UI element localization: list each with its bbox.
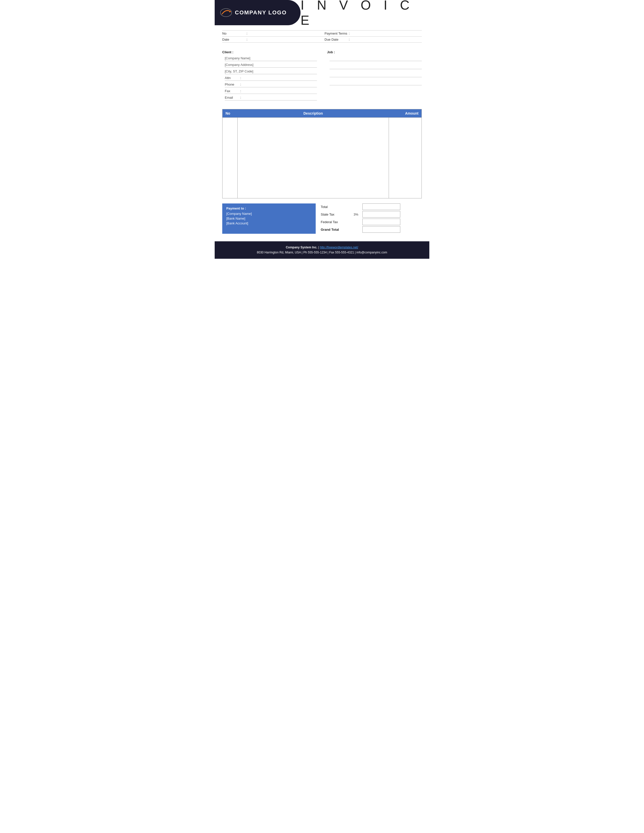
logo-icon (220, 8, 232, 18)
table-cell-amount (389, 117, 422, 198)
logo-label: COMPANY LOGO (235, 9, 287, 16)
attn-label: Attn (225, 76, 239, 80)
col-description: Description (238, 109, 389, 117)
header: COMPANY LOGO I N V O I C E (215, 0, 429, 25)
payment-bank-name: [Bank Name] (226, 217, 312, 220)
phone-label: Phone (225, 82, 239, 86)
date-field: Date : (222, 38, 319, 42)
client-phone-row: Phone : (225, 82, 317, 87)
footer: Company System Inc. | http://freewordtem… (215, 241, 429, 259)
total-row: Total (321, 203, 422, 210)
invoice-title: I N V O I C E (301, 0, 422, 28)
client-header: Client : (222, 50, 317, 54)
table-header-row: No Description Amount (222, 109, 422, 117)
fax-value (243, 89, 317, 93)
table-cell-description (238, 117, 389, 198)
table-row (222, 117, 422, 198)
meta-row-2: Date : Due Date : (222, 37, 422, 43)
date-colon: : (246, 38, 248, 42)
client-job-section: Client : [Company Name] [Company Address… (215, 48, 429, 104)
email-value (243, 96, 317, 100)
payment-bank-account: [Bank Account] (226, 221, 312, 225)
client-fax-row: Fax : (225, 88, 317, 94)
state-tax-row: State Tax 3% (321, 211, 422, 217)
meta-section: No : Payment Terms : Date : Due Date : (215, 30, 429, 43)
client-company-name: [Company Name] (225, 56, 317, 61)
job-line-2 (330, 64, 422, 69)
attn-value (243, 76, 317, 80)
col-amount: Amount (389, 109, 422, 117)
federal-tax-value-box (362, 219, 400, 225)
job-line-3 (330, 72, 422, 77)
fax-colon: : (240, 89, 241, 93)
footer-company: Company System Inc. (286, 246, 317, 249)
col-no: No (222, 109, 238, 117)
state-tax-value-box (362, 211, 400, 217)
table-body (222, 117, 422, 198)
footer-line-1: Company System Inc. | http://freewordtem… (220, 245, 424, 250)
invoice-table: No Description Amount (222, 109, 422, 198)
svg-point-0 (221, 9, 232, 17)
total-value-box (362, 203, 400, 210)
client-city-zip: [City, ST, ZIP Code] (225, 69, 317, 74)
payment-title: Payment to : (226, 206, 312, 210)
email-label: Email (225, 96, 239, 100)
table-header: No Description Amount (222, 109, 422, 117)
date-label: Date (222, 38, 245, 42)
header-title: I N V O I C E (301, 0, 429, 25)
no-label: No (222, 32, 245, 35)
client-email-row: Email : (225, 95, 317, 100)
job-lines (327, 56, 422, 85)
totals-block: Total State Tax 3% Federal Tax Grand Tot… (321, 203, 422, 234)
attn-colon: : (240, 76, 241, 80)
fax-label: Fax (225, 89, 239, 93)
state-tax-percent: 3% (354, 212, 362, 216)
logo-block: COMPANY LOGO (215, 0, 301, 25)
client-label: Client : (222, 50, 233, 54)
job-line-4 (330, 80, 422, 85)
phone-value (243, 82, 317, 86)
no-colon: : (246, 32, 248, 35)
job-header: Job : (327, 50, 422, 54)
job-block: Job : (327, 50, 422, 101)
client-block: Client : [Company Name] [Company Address… (222, 50, 317, 101)
due-date-colon: : (349, 38, 350, 42)
client-company-address: [Company Address] (225, 62, 317, 68)
payment-terms-field: Payment Terms : (325, 32, 422, 35)
due-date-label: Due Date (325, 38, 347, 42)
grand-total-row: Grand Total (321, 226, 422, 233)
footer-line-2: 8030 Harrington Rd, Miami, USA | Ph 555-… (220, 250, 424, 255)
job-label: Job : (327, 50, 335, 54)
federal-tax-label: Federal Tax (321, 220, 354, 224)
federal-tax-row: Federal Tax (321, 219, 422, 225)
grand-total-value-box (362, 226, 400, 233)
client-attn-row: Attn : (225, 75, 317, 81)
footer-website[interactable]: http://freewordtemplates.net/ (320, 246, 358, 249)
meta-row-1: No : Payment Terms : (222, 30, 422, 37)
payment-terms-colon: : (349, 32, 350, 35)
client-fields: [Company Name] [Company Address] [City, … (222, 56, 317, 100)
payment-company-name: [Company Name] (226, 212, 312, 215)
no-field: No : (222, 32, 319, 35)
bottom-section: Payment to : [Company Name] [Bank Name] … (215, 203, 429, 234)
payment-block: Payment to : [Company Name] [Bank Name] … (222, 203, 316, 234)
total-label: Total (321, 205, 354, 209)
email-colon: : (240, 96, 241, 100)
table-cell-no (222, 117, 238, 198)
due-date-field: Due Date : (325, 38, 422, 42)
logo-text: COMPANY LOGO (220, 8, 287, 18)
phone-colon: : (240, 82, 241, 86)
payment-terms-label: Payment Terms (325, 32, 347, 35)
job-line-1 (330, 56, 422, 61)
grand-total-label: Grand Total (321, 228, 354, 232)
state-tax-label: State Tax (321, 212, 354, 216)
